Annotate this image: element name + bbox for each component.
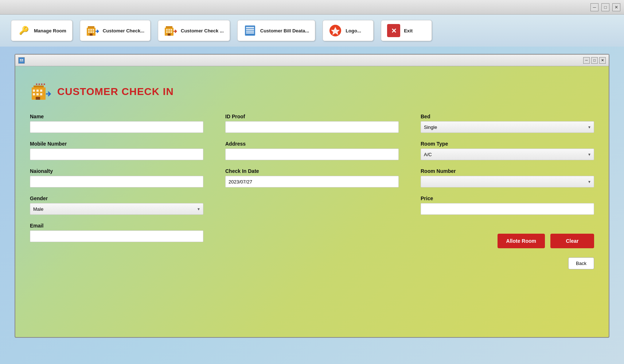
customer-bill-icon: [243, 24, 257, 37]
id-proof-field: ID Proof: [225, 114, 399, 133]
nationality-label: Naionalty: [30, 168, 203, 174]
checkin-date-input[interactable]: [225, 176, 399, 187]
inner-window: ─ □ ✕ ★★★★: [15, 54, 609, 338]
mobile-label: Mobile Number: [30, 141, 203, 147]
logo-label: Logo...: [346, 28, 361, 33]
name-label: Name: [30, 114, 203, 119]
price-label: Price: [421, 195, 594, 201]
room-type-field: Room Type A/C Non A/C: [421, 141, 594, 160]
address-field: Address: [225, 141, 399, 160]
form-grid: Name Mobile Number Naionalty Gender: [30, 114, 594, 250]
room-type-select[interactable]: A/C Non A/C: [421, 149, 594, 160]
svg-rect-17: [168, 33, 171, 36]
inner-window-icon: [18, 57, 25, 64]
svg-rect-13: [171, 29, 172, 31]
close-button[interactable]: ✕: [612, 3, 620, 11]
nationality-input[interactable]: [30, 176, 203, 187]
customer-bill-button[interactable]: Customer Bill Deata...: [237, 20, 315, 41]
email-field: Email: [30, 223, 203, 242]
customer-checkout-button[interactable]: Customer Check ...: [158, 20, 230, 41]
checkin-date-field: Check In Date: [225, 168, 399, 187]
svg-rect-33: [34, 86, 44, 87]
maximize-button[interactable]: □: [601, 3, 609, 11]
svg-rect-34: [33, 90, 35, 92]
nav-bar: 🔑 Manage Room Customer Check...: [0, 15, 624, 47]
name-field: Name: [30, 114, 203, 133]
buttons-area: Allote Room Clear: [421, 234, 594, 248]
svg-rect-40: [36, 97, 40, 100]
exit-button[interactable]: ✕ Exit: [381, 20, 432, 41]
customer-checkin-button[interactable]: Customer Check...: [80, 20, 151, 41]
svg-rect-3: [90, 29, 92, 31]
mobile-input[interactable]: [30, 149, 203, 160]
svg-rect-35: [36, 90, 39, 92]
customer-checkout-icon: [164, 24, 177, 37]
inner-title-bar: ─ □ ✕: [15, 55, 609, 66]
svg-rect-1: [88, 26, 94, 28]
name-input[interactable]: [30, 121, 203, 133]
room-number-select[interactable]: [421, 176, 594, 187]
email-label: Email: [30, 223, 203, 229]
svg-rect-2: [88, 29, 90, 31]
inner-close-button[interactable]: ✕: [599, 57, 606, 64]
svg-rect-30: [22, 59, 23, 60]
svg-rect-10: [166, 26, 172, 28]
svg-rect-6: [90, 31, 92, 33]
price-input[interactable]: [421, 203, 594, 215]
clear-button[interactable]: Clear: [550, 234, 594, 248]
svg-rect-11: [166, 29, 168, 31]
inner-maximize-button[interactable]: □: [591, 57, 598, 64]
inner-minimize-button[interactable]: ─: [583, 57, 590, 64]
gender-select[interactable]: Male Female Other: [30, 203, 203, 215]
inner-title-controls: ─ □ ✕: [583, 57, 606, 64]
form-title: CUSTOMER CHECK IN: [57, 86, 174, 98]
id-proof-label: ID Proof: [225, 114, 399, 119]
svg-text:✕: ✕: [391, 27, 397, 35]
exit-icon: ✕: [387, 24, 400, 37]
svg-rect-15: [168, 31, 170, 33]
room-type-select-wrapper: A/C Non A/C: [421, 149, 594, 160]
svg-rect-38: [36, 93, 39, 95]
customer-checkin-label: Customer Check...: [103, 28, 144, 33]
address-label: Address: [225, 141, 399, 147]
form-header: ★★★★ CUSTOMER CH: [30, 81, 594, 103]
form-content: ★★★★ CUSTOMER CH: [30, 81, 594, 269]
svg-rect-39: [40, 93, 42, 95]
bed-select[interactable]: Single Double Twin: [421, 121, 594, 133]
logo-button[interactable]: Logo...: [323, 20, 374, 41]
svg-rect-21: [246, 31, 254, 32]
svg-rect-20: [246, 29, 254, 30]
bed-select-wrapper: Single Double Twin: [421, 121, 594, 133]
exit-label: Exit: [404, 28, 413, 33]
bed-label: Bed: [421, 114, 594, 119]
price-field: Price: [421, 195, 594, 215]
svg-rect-36: [40, 90, 42, 92]
manage-room-icon: 🔑: [17, 24, 30, 37]
form-col-3: Bed Single Double Twin Room Type: [421, 114, 594, 250]
main-area: ─ □ ✕ ★★★★: [0, 47, 624, 345]
svg-rect-14: [166, 31, 168, 33]
title-bar: ─ □ ✕: [0, 0, 624, 15]
back-area: Back: [30, 257, 594, 269]
nationality-field: Naionalty: [30, 168, 203, 187]
manage-room-button[interactable]: 🔑 Manage Room: [11, 20, 73, 41]
allote-room-button[interactable]: Allote Room: [498, 234, 545, 248]
room-number-field: Room Number: [421, 168, 594, 187]
room-type-label: Room Type: [421, 141, 594, 147]
svg-text:★★★★: ★★★★: [35, 83, 46, 86]
back-button[interactable]: Back: [568, 257, 594, 269]
customer-checkin-icon: [86, 24, 99, 37]
manage-room-label: Manage Room: [34, 28, 66, 33]
email-input[interactable]: [30, 230, 203, 242]
svg-rect-29: [20, 59, 21, 60]
gender-field: Gender Male Female Other: [30, 195, 203, 215]
gender-select-wrapper: Male Female Other: [30, 203, 203, 215]
form-header-icon: ★★★★: [30, 81, 52, 103]
form-col-1: Name Mobile Number Naionalty Gender: [30, 114, 203, 250]
svg-rect-19: [246, 27, 254, 28]
svg-rect-5: [88, 31, 90, 33]
id-proof-input[interactable]: [225, 121, 399, 133]
logo-icon: [329, 24, 342, 37]
address-input[interactable]: [225, 149, 399, 160]
minimize-button[interactable]: ─: [590, 3, 598, 11]
